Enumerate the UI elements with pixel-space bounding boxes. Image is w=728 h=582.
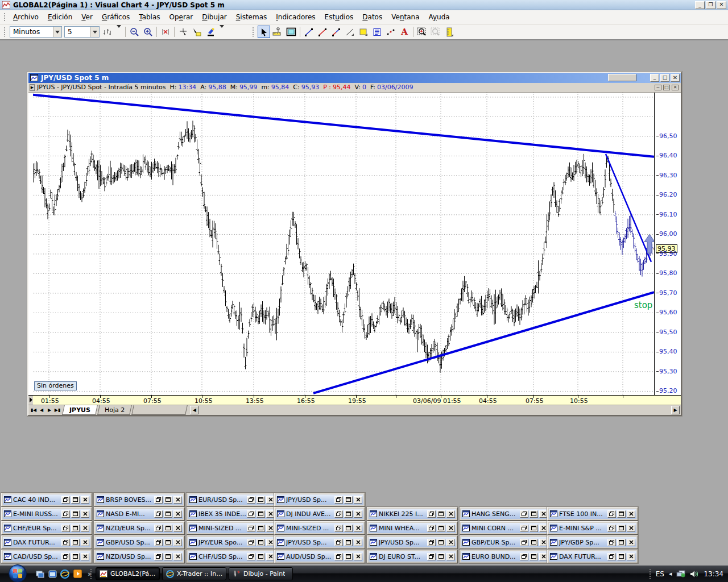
mini-maximize-button[interactable]: [530, 553, 538, 560]
mini-restore-button[interactable]: [607, 510, 616, 518]
mini-maximize-button[interactable]: [344, 525, 353, 532]
header-expand-button[interactable]: ▶: [30, 84, 35, 91]
mini-close-button[interactable]: [354, 496, 362, 504]
minimized-window[interactable]: DAX FUTUR...: [1, 535, 92, 549]
minimized-window[interactable]: CAC 40 IND...: [1, 493, 92, 506]
mini-restore-button[interactable]: [61, 539, 70, 546]
mini-restore-button[interactable]: [61, 553, 70, 560]
mini-restore-button[interactable]: [334, 539, 343, 546]
chart-maximize-button[interactable]: □: [660, 74, 669, 82]
mini-maximize-button[interactable]: [530, 510, 538, 518]
mini-maximize-button[interactable]: [71, 525, 80, 532]
minimized-window[interactable]: NZD/EUR Sp...: [94, 521, 185, 535]
mini-close-button[interactable]: [81, 539, 89, 546]
mini-close-button[interactable]: [539, 539, 548, 546]
interval-combo[interactable]: Minutos: [10, 26, 62, 38]
regression-line-button[interactable]: [330, 26, 342, 38]
mini-restore-button[interactable]: [154, 553, 163, 560]
mini-maximize-button[interactable]: [71, 496, 80, 504]
mini-restore-button[interactable]: [154, 510, 163, 518]
mini-maximize-button[interactable]: [617, 525, 626, 532]
minimized-window[interactable]: DAX FUTUR...: [547, 550, 638, 563]
mini-maximize-button[interactable]: [164, 496, 172, 504]
mini-restore-button[interactable]: [247, 510, 255, 518]
note-pointer-button[interactable]: [191, 26, 203, 38]
mini-close-button[interactable]: [266, 510, 275, 518]
mini-restore-button[interactable]: [427, 510, 436, 518]
snapshot-area-button[interactable]: [285, 26, 297, 38]
menu-sistemas[interactable]: Sistemas: [231, 11, 272, 23]
hide-data-button[interactable]: [159, 26, 172, 38]
mini-restore-button[interactable]: [520, 510, 528, 518]
menu-archivo[interactable]: Archivo: [9, 11, 43, 23]
mini-close-button[interactable]: [81, 496, 89, 504]
minimized-window[interactable]: JPY/USD Sp...: [274, 493, 365, 506]
mini-close-button[interactable]: [354, 510, 362, 518]
mini-close-button[interactable]: [354, 553, 362, 560]
mini-maximize-button[interactable]: [257, 510, 265, 518]
mini-maximize-button[interactable]: [344, 496, 353, 504]
mini-restore-button[interactable]: [427, 539, 436, 546]
toolbar-grip[interactable]: [3, 27, 6, 37]
mini-maximize-button[interactable]: [344, 539, 353, 546]
mini-restore-button[interactable]: [607, 539, 616, 546]
zoom-out-button[interactable]: [128, 26, 140, 38]
mini-close-button[interactable]: [173, 496, 182, 504]
price-plot[interactable]: stop Sin órdenes: [33, 93, 654, 395]
minimized-window[interactable]: AUD/USD Sp...: [274, 550, 365, 563]
mini-close-button[interactable]: [627, 539, 635, 546]
thin-line-button[interactable]: [344, 26, 356, 38]
bar-style-dropdown[interactable]: [115, 26, 123, 38]
mini-close-button[interactable]: [81, 510, 89, 518]
mini-maximize-button[interactable]: [257, 553, 265, 560]
tray-grip[interactable]: [649, 568, 651, 580]
crosshair-pointer-button[interactable]: [177, 26, 189, 38]
select-pointer-button[interactable]: [258, 26, 270, 38]
pane-maximize-button[interactable]: □: [663, 85, 670, 90]
mini-close-button[interactable]: [173, 539, 182, 546]
bar-style-button[interactable]: [101, 26, 114, 38]
minimized-window[interactable]: E-MINI RUSS...: [1, 507, 92, 521]
mini-restore-button[interactable]: [154, 525, 163, 532]
mini-close-button[interactable]: [81, 553, 89, 560]
mini-restore-button[interactable]: [520, 553, 528, 560]
mini-maximize-button[interactable]: [344, 553, 353, 560]
mini-close-button[interactable]: [354, 539, 362, 546]
minimized-window[interactable]: MINI CORN ...: [460, 521, 551, 535]
mini-restore-button[interactable]: [520, 525, 528, 532]
mini-close-button[interactable]: [446, 553, 455, 560]
mini-close-button[interactable]: [173, 510, 182, 518]
time-axis[interactable]: 01:5504:5507:5510:5513:5516:5519:5503/06…: [28, 395, 681, 405]
mini-maximize-button[interactable]: [257, 525, 265, 532]
mini-maximize-button[interactable]: [617, 553, 626, 560]
mini-restore-button[interactable]: [61, 510, 70, 518]
minimized-window[interactable]: GBP/USD Sp...: [94, 535, 185, 549]
trendline-red-button[interactable]: [316, 26, 329, 38]
minimized-window[interactable]: CAD/USD Sp...: [1, 550, 92, 563]
minimized-window[interactable]: HANG SENG...: [460, 507, 551, 521]
mini-close-button[interactable]: [266, 553, 275, 560]
mini-close-button[interactable]: [354, 525, 362, 532]
mini-maximize-button[interactable]: [437, 553, 445, 560]
mini-restore-button[interactable]: [247, 539, 255, 546]
highlighter-button[interactable]: [204, 26, 217, 38]
period-combo-arrow[interactable]: [90, 27, 99, 37]
time-axis-left-button[interactable]: [28, 396, 33, 405]
minimized-window[interactable]: NIKKEI 225 I...: [367, 507, 458, 521]
mini-close-button[interactable]: [266, 525, 275, 532]
mini-restore-button[interactable]: [247, 553, 255, 560]
minimized-window[interactable]: CHF/EUR Sp...: [1, 521, 92, 535]
mini-close-button[interactable]: [539, 525, 548, 532]
switch-windows-icon[interactable]: [48, 569, 57, 579]
mini-maximize-button[interactable]: [164, 539, 172, 546]
mini-restore-button[interactable]: [607, 553, 616, 560]
minimized-window[interactable]: BRSP BOVES...: [94, 493, 185, 506]
menu-edicion[interactable]: Edición: [43, 11, 77, 23]
mini-maximize-button[interactable]: [617, 510, 626, 518]
show-desktop-icon[interactable]: [35, 569, 44, 579]
taskbar-task-1[interactable]: GLOBAL2(Página 1) ...: [96, 567, 160, 580]
tab-last-button[interactable]: ▶▮: [53, 406, 61, 414]
minimized-window[interactable]: JPY/EUR Spo...: [187, 535, 278, 549]
minimized-window[interactable]: EURO BUND...: [460, 550, 551, 563]
menu-indicadores[interactable]: Indicadores: [271, 11, 320, 23]
